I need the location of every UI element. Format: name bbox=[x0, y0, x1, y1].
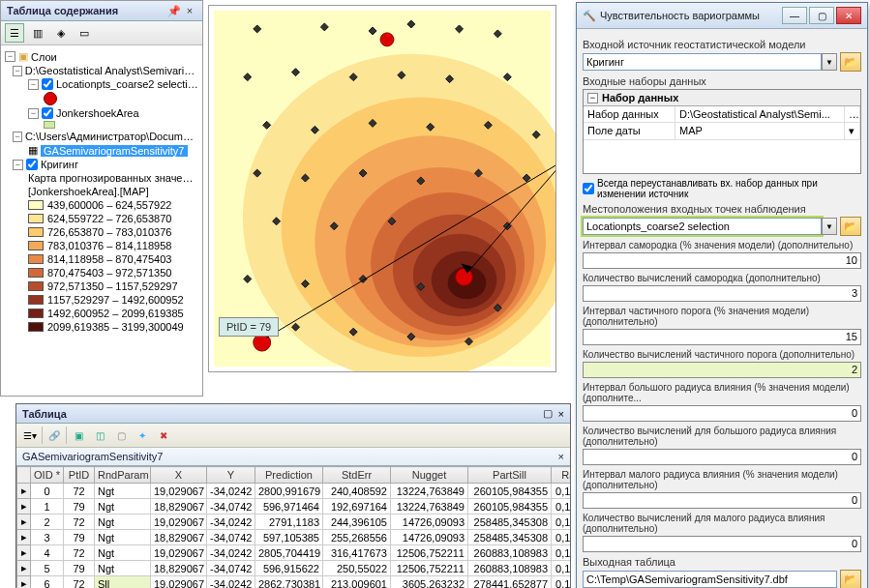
column-header[interactable]: Y bbox=[207, 467, 255, 484]
collapse-icon[interactable] bbox=[587, 93, 598, 103]
column-header[interactable]: Nugget bbox=[391, 467, 468, 484]
major-range-interval-input[interactable]: 0 bbox=[583, 405, 861, 422]
table-row[interactable]: ▸672Sll19,029067-34,02422862,730381213,0… bbox=[17, 576, 571, 589]
close-icon[interactable]: × bbox=[558, 408, 564, 420]
collapse-icon[interactable] bbox=[13, 132, 22, 142]
table-cell[interactable]: 13224,763849 bbox=[391, 484, 468, 499]
table-row[interactable]: ▸179Ngt18,829067-34,0742596,971464192,69… bbox=[17, 499, 571, 514]
table-cell[interactable]: Ngt bbox=[95, 530, 151, 545]
table-cell[interactable]: 260883,108983 bbox=[468, 545, 552, 561]
collapse-icon[interactable] bbox=[5, 51, 15, 62]
list-by-selection-icon[interactable]: ◈ bbox=[51, 23, 71, 43]
table-cell[interactable]: 72 bbox=[64, 484, 95, 499]
collapse-icon[interactable] bbox=[28, 79, 39, 90]
sill-count-input[interactable]: 2 bbox=[583, 362, 861, 378]
table-cell[interactable]: 260105,984355 bbox=[468, 499, 552, 514]
list-by-visibility-icon[interactable]: ▥ bbox=[28, 23, 47, 43]
table-row[interactable]: ▸379Ngt18,829067-34,0742597,105385255,26… bbox=[17, 530, 571, 545]
close-tab-icon[interactable]: × bbox=[558, 451, 564, 462]
table-cell[interactable]: 2 bbox=[31, 514, 64, 530]
table-cell[interactable]: 19,029067 bbox=[151, 545, 207, 561]
maximize-button[interactable]: ▢ bbox=[809, 7, 834, 24]
minimize-button[interactable]: — bbox=[782, 7, 807, 24]
switch-selection-icon[interactable]: ◫ bbox=[90, 426, 109, 445]
chevron-down-icon[interactable]: ▼ bbox=[822, 218, 837, 235]
column-header[interactable]: StdErr bbox=[323, 467, 391, 484]
table-cell[interactable]: 18,829067 bbox=[151, 561, 207, 576]
table-cell[interactable]: -34,0242 bbox=[207, 514, 255, 530]
table-cell[interactable]: 3605,263232 bbox=[391, 576, 468, 589]
tree-source[interactable]: C:\Users\Администратор\Documents\Arc bbox=[25, 131, 198, 142]
table-cell[interactable]: Sll bbox=[95, 576, 151, 589]
list-by-source-icon[interactable]: ☰ bbox=[5, 23, 24, 43]
table-cell[interactable]: 19,029067 bbox=[151, 484, 207, 499]
tree-table-selected[interactable]: GASemivariogramSensitivity7 bbox=[41, 145, 188, 157]
table-cell[interactable]: 240,408592 bbox=[323, 484, 391, 499]
collapse-icon[interactable] bbox=[13, 66, 22, 76]
table-cell[interactable]: 2805,704419 bbox=[255, 545, 323, 561]
table-cell[interactable]: -34,0242 bbox=[207, 576, 255, 589]
table-cell[interactable]: 192,697164 bbox=[323, 499, 391, 514]
location-combo[interactable] bbox=[583, 218, 822, 235]
table-cell[interactable]: Ngt bbox=[95, 484, 151, 499]
table-cell[interactable]: 72 bbox=[64, 545, 95, 561]
table-cell[interactable]: -34,0242 bbox=[207, 484, 255, 499]
table-tab[interactable]: GASemivariogramSensitivity7 × bbox=[16, 448, 570, 466]
table-cell[interactable]: 12506,752211 bbox=[391, 561, 468, 576]
table-cell[interactable]: 14726,09093 bbox=[391, 530, 468, 545]
tree-source[interactable]: D:\Geostatistical Analyst\SemivariogramS… bbox=[25, 65, 198, 76]
ellipsis-icon[interactable]: … bbox=[845, 106, 860, 122]
table-cell[interactable]: Ngt bbox=[95, 499, 151, 514]
table-row[interactable]: ▸072Ngt19,029067-34,02422800,991679240,4… bbox=[17, 484, 571, 499]
table-cell[interactable]: 0,153183 bbox=[552, 576, 571, 589]
selected-point[interactable] bbox=[380, 33, 394, 46]
column-header[interactable]: Range bbox=[552, 467, 571, 484]
related-icon[interactable]: 🔗 bbox=[45, 426, 64, 445]
browse-folder-icon[interactable]: 📂 bbox=[840, 570, 861, 588]
dialog-titlebar[interactable]: 🔨 Чувствительность вариограммы — ▢ ✕ bbox=[577, 3, 867, 29]
close-icon[interactable]: × bbox=[183, 4, 196, 17]
maximize-icon[interactable]: ▢ bbox=[543, 407, 553, 420]
table-cell[interactable]: 6 bbox=[31, 576, 64, 589]
table-cell[interactable]: 19,029067 bbox=[151, 576, 207, 589]
table-cell[interactable]: 278441,652877 bbox=[468, 576, 552, 589]
map-view[interactable]: PtID = 79 bbox=[208, 5, 556, 372]
table-cell[interactable]: 2862,730381 bbox=[255, 576, 323, 589]
collapse-icon[interactable] bbox=[13, 160, 23, 170]
minor-range-count-input[interactable]: 0 bbox=[583, 536, 861, 552]
table-cell[interactable]: 0,154662 bbox=[552, 514, 571, 530]
table-cell[interactable]: 0,154005 bbox=[552, 545, 571, 561]
table-cell[interactable]: 596,971464 bbox=[255, 499, 323, 514]
table-cell[interactable]: 72 bbox=[64, 576, 95, 589]
table-cell[interactable]: 4 bbox=[31, 545, 64, 561]
layer-checkbox[interactable] bbox=[42, 107, 53, 119]
select-by-attr-icon[interactable]: ▣ bbox=[69, 426, 88, 445]
dataset-grid[interactable]: Набор данных Набор данныхD:\Geostatistic… bbox=[583, 89, 861, 174]
table-cell[interactable]: 316,417673 bbox=[323, 545, 391, 561]
table-cell[interactable]: 258485,345308 bbox=[468, 514, 552, 530]
table-cell[interactable]: 2800,991679 bbox=[255, 484, 323, 499]
layer-checkbox[interactable] bbox=[42, 78, 53, 90]
table-cell[interactable]: -34,0742 bbox=[207, 499, 255, 514]
table-cell[interactable]: 79 bbox=[64, 499, 95, 514]
column-header[interactable]: OID * bbox=[31, 467, 64, 484]
table-cell[interactable]: 0,154221 bbox=[552, 484, 571, 499]
nugget-interval-input[interactable]: 10 bbox=[583, 252, 861, 269]
table-cell[interactable]: 255,268556 bbox=[323, 530, 391, 545]
tree-layer[interactable]: Locationpts_coarse2 selection bbox=[56, 78, 198, 90]
column-header[interactable]: Prediction bbox=[255, 467, 323, 484]
table-cell[interactable]: 260883,108983 bbox=[468, 561, 552, 576]
table-cell[interactable]: Ngt bbox=[95, 545, 151, 561]
clear-selection-icon[interactable]: ▢ bbox=[111, 426, 131, 445]
table-cell[interactable]: 18,829067 bbox=[151, 499, 207, 514]
column-header[interactable]: RndParam bbox=[95, 467, 151, 484]
table-row[interactable]: ▸272Ngt19,029067-34,02422791,1183244,396… bbox=[17, 514, 571, 530]
tree-root[interactable]: Слои bbox=[31, 51, 57, 63]
column-header[interactable]: X bbox=[151, 467, 207, 484]
source-combo[interactable] bbox=[583, 53, 822, 71]
table-cell[interactable]: 72 bbox=[64, 514, 95, 530]
chevron-down-icon[interactable]: ▼ bbox=[822, 53, 837, 71]
major-range-count-input[interactable]: 0 bbox=[583, 449, 861, 465]
browse-folder-icon[interactable]: 📂 bbox=[840, 217, 861, 236]
column-header[interactable]: PartSill bbox=[468, 467, 552, 484]
